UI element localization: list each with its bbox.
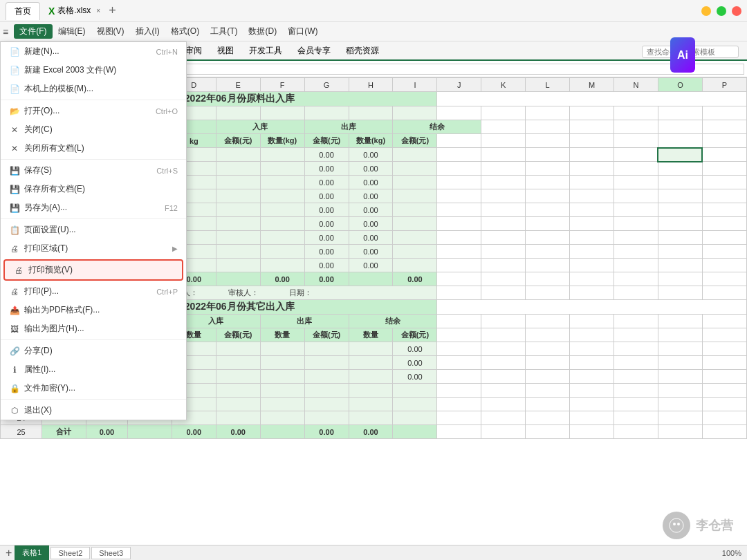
watermark-text: 李仓营 [696,517,733,534]
tab-bar: 首页 X 表格.xlsx × + [6,2,701,20]
new-icon: 📄 [9,46,20,57]
menu-insert[interactable]: 插入(I) [130,24,165,39]
share-icon: 🔗 [9,346,20,357]
menu-view[interactable]: 视图(V) [91,24,130,39]
separator-1 [1,100,186,100]
header-jieyu: 结余 [393,120,481,134]
file-icon: X [48,6,55,17]
col-header-I[interactable]: I [393,78,437,92]
status-info: 100% [722,549,741,557]
menu-item-print[interactable]: 🖨打印(P)... Ctrl+P [1,282,186,301]
header-chuku: 出库 [304,120,393,134]
total2-label: 合计 [42,425,86,439]
close-button[interactable] [732,6,741,16]
new-excel-icon: 📄 [9,65,20,76]
properties-icon: ℹ [9,364,20,375]
menu-item-encrypt[interactable]: 🔒文件加密(Y)... [1,379,186,398]
menu-edit[interactable]: 编辑(E) [53,24,91,39]
separator-4 [1,339,186,340]
save-icon: 💾 [9,165,20,176]
menu-item-print-preview[interactable]: 🖨打印预览(V) [3,259,183,281]
print-icon: 🖨 [9,286,20,297]
sheet-tabs: + 表格1 Sheet2 Sheet3 [6,545,722,560]
close-icon: ✕ [9,124,20,136]
menu-item-print-area[interactable]: 🖨打印区域(T) ▶ [1,239,186,258]
menu-item-new-excel[interactable]: 📄新建 Excel 2003 文件(W) [1,61,186,80]
menu-item-new[interactable]: 📄新建(N)... Ctrl+N [1,42,186,61]
close-tab-icon[interactable]: × [96,7,100,15]
separator-2 [1,159,186,160]
close-all-icon: ✕ [9,143,20,154]
status-bar: + 表格1 Sheet2 Sheet3 100% [0,545,747,560]
template-icon: 📄 [9,84,20,95]
window-controls [701,6,741,16]
menu-item-share[interactable]: 🔗分享(D) [1,342,186,360]
col-header-P[interactable]: P [702,78,746,92]
sheet-tab-1[interactable]: 表格1 [15,545,49,560]
col-header-N[interactable]: N [614,78,658,92]
tab-resource[interactable]: 稻壳资源 [339,42,386,59]
header-ruku: 入库 [216,120,304,134]
sheet-tab-3[interactable]: Sheet3 [91,547,131,559]
tab-home[interactable]: 首页 [6,2,40,20]
selected-cell-O5[interactable] [658,148,702,162]
ribbon-menu: ≡ 文件(F) 编辑(E) 视图(V) 插入(I) 格式(O) 工具(T) 数据… [0,22,747,41]
encrypt-icon: 🔒 [9,383,20,394]
menu-file[interactable]: 文件(F) [14,24,52,39]
menu-item-page-setup[interactable]: 📋页面设置(U)... [1,221,186,239]
zoom-label: 100% [722,549,741,557]
menu-item-close-all[interactable]: ✕关闭所有文档(L) [1,139,186,158]
wechat-icon [668,517,685,534]
export-pdf-icon: 📤 [9,305,20,316]
col-header-L[interactable]: L [526,78,570,92]
separator-5 [1,399,186,400]
menu-item-export-image[interactable]: 🖼输出为图片(H)... [1,319,186,338]
exit-icon: ⬡ [9,405,20,416]
tab-dev[interactable]: 开发工具 [242,42,289,59]
tab-file-name: 表格.xlsx [57,5,91,17]
menu-item-open[interactable]: 📂打开(O)... Ctrl+O [1,102,186,120]
col-header-G[interactable]: G [304,78,349,92]
print-area-icon: 🖨 [9,243,20,254]
watermark-icon [663,512,690,539]
menu-item-save-as[interactable]: 💾另存为(A)... F12 [1,198,186,217]
menu-tools[interactable]: 工具(T) [205,24,243,39]
minimize-button[interactable] [701,6,711,16]
col-header-O[interactable]: O [658,78,702,92]
open-icon: 📂 [9,106,20,117]
tab-view[interactable]: 视图 [210,42,241,59]
file-menu-dropdown: 📄新建(N)... Ctrl+N 📄新建 Excel 2003 文件(W) 📄本… [0,41,187,420]
sheet-tab-2[interactable]: Sheet2 [50,547,90,559]
col-header-K[interactable]: K [481,78,526,92]
maximize-button[interactable] [717,6,726,16]
col-header-E[interactable]: E [216,78,260,92]
menu-window[interactable]: 窗口(W) [282,24,323,39]
menu-item-close[interactable]: ✕关闭(C) [1,120,186,139]
table-row: 25 合计 0.00 0.00 0.00 0.00 0.00 [1,425,747,439]
add-sheet-button[interactable]: + [6,547,12,559]
page-setup-icon: 📋 [9,225,20,236]
export-image-icon: 🖼 [9,324,20,335]
menu-item-save-all[interactable]: 💾保存所有文档(E) [1,180,186,198]
save-all-icon: 💾 [9,184,20,195]
save-as-icon: 💾 [9,203,20,214]
menu-data[interactable]: 数据(D) [243,24,282,39]
title-bar: 首页 X 表格.xlsx × + [0,0,747,22]
col-header-H[interactable]: H [349,78,393,92]
col-header-J[interactable]: J [437,78,481,92]
svg-point-0 [673,523,676,525]
menu-format[interactable]: 格式(O) [165,24,205,39]
menu-item-export-pdf[interactable]: 📤输出为PDF格式(F)... [1,301,186,319]
menu-item-exit[interactable]: ⬡退出(X) [1,401,186,420]
col-header-M[interactable]: M [570,78,614,92]
tab-file[interactable]: X 表格.xlsx × [43,2,106,19]
print-preview-icon: 🖨 [13,265,24,276]
menu-item-template[interactable]: 📄本机上的模板(M)... [1,80,186,98]
menu-item-save[interactable]: 💾保存(S) Ctrl+S [1,161,186,180]
menu-item-properties[interactable]: ℹ属性(I)... [1,360,186,379]
add-tab-button[interactable]: + [109,3,116,18]
col-header-F[interactable]: F [260,78,304,92]
tab-member[interactable]: 会员专享 [290,42,338,59]
watermark: 李仓营 [663,512,733,539]
ai-badge[interactable]: Ai [670,37,695,73]
